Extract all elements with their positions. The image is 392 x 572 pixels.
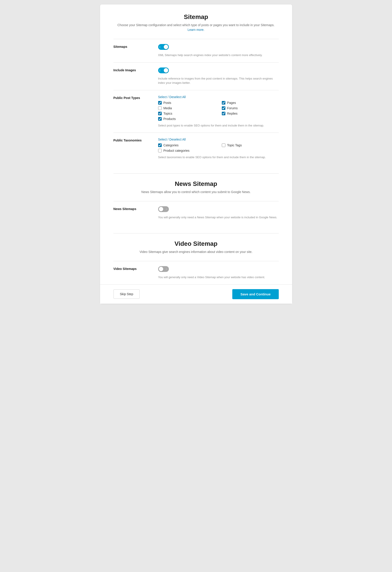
- video-sitemap-subtitle: Video Sitemaps give search engines infor…: [113, 250, 279, 254]
- checkbox-categories[interactable]: Categories: [158, 143, 215, 147]
- checkbox-categories-label: Categories: [163, 143, 179, 147]
- checkbox-categories-input[interactable]: [158, 143, 162, 147]
- save-and-continue-button[interactable]: Save and Continue: [232, 289, 279, 299]
- video-sitemaps-description: You will generally only need a Video Sit…: [158, 275, 279, 280]
- checkbox-topic-tags-label: Topic Tags: [227, 143, 242, 147]
- checkbox-forums-label: Forums: [227, 106, 238, 110]
- checkbox-product-categories-input[interactable]: [158, 149, 162, 152]
- include-images-content: | Include reference to images from the p…: [158, 67, 279, 85]
- sitemaps-description: XML Sitemaps help search engines index y…: [158, 53, 279, 57]
- taxonomies-checkbox-grid: Categories Topic Tags Product categories: [158, 143, 279, 152]
- include-images-toggle[interactable]: |: [158, 67, 169, 73]
- news-sitemaps-toggle-icon: ○: [166, 208, 167, 210]
- checkbox-forums[interactable]: Forums: [222, 106, 279, 110]
- sitemap-title: Sitemap: [113, 13, 279, 21]
- video-sitemap-title: Video Sitemap: [113, 240, 279, 247]
- include-images-toggle-thumb: [164, 68, 168, 73]
- sitemap-learn-more-link[interactable]: Learn more.: [188, 28, 204, 32]
- checkbox-posts[interactable]: Posts: [158, 101, 215, 105]
- page-container: Sitemap Choose your Sitemap configuratio…: [100, 4, 292, 304]
- checkbox-media-label: Media: [163, 106, 172, 110]
- checkbox-topics-input[interactable]: [158, 112, 162, 115]
- news-sitemaps-label: News Sitemaps: [113, 206, 158, 211]
- checkbox-posts-label: Posts: [163, 101, 171, 105]
- checkbox-media-input[interactable]: [158, 106, 162, 110]
- video-sitemaps-toggle-icon: ○: [166, 268, 167, 270]
- taxonomies-select-all-link[interactable]: Select / Deselect All: [158, 138, 279, 141]
- checkbox-products[interactable]: Products: [158, 117, 215, 121]
- sitemaps-toggle-track: |: [158, 44, 169, 50]
- news-sitemaps-row: News Sitemaps ○ You will generally only …: [113, 201, 279, 224]
- checkbox-product-categories-label: Product categories: [163, 149, 190, 152]
- checkbox-products-label: Products: [163, 117, 176, 121]
- public-taxonomies-label: Public Taxonomies: [113, 138, 158, 142]
- checkbox-pages-input[interactable]: [222, 101, 225, 105]
- include-images-toggle-icon: |: [160, 69, 160, 71]
- public-taxonomies-row: Public Taxonomies Select / Deselect All …: [113, 132, 279, 164]
- include-images-row: Include Images | Include reference to im…: [113, 62, 279, 90]
- include-images-description: Include reference to images from the pos…: [158, 76, 279, 85]
- news-sitemap-subtitle: News Sitemaps allow you to control which…: [113, 190, 279, 194]
- sitemaps-label: Sitemaps: [113, 44, 158, 48]
- video-sitemaps-row: Video Sitemaps ○ You will generally only…: [113, 261, 279, 285]
- post-types-description: Select post types to enable SEO options …: [158, 123, 279, 128]
- checkbox-replies-label: Replies: [227, 112, 238, 115]
- video-sitemaps-toggle-thumb: [159, 267, 163, 271]
- news-divider: [113, 173, 279, 174]
- post-types-checkbox-grid: Posts Pages Media Forums Topics: [158, 101, 279, 121]
- checkbox-replies[interactable]: Replies: [222, 112, 279, 115]
- video-sitemaps-label: Video Sitemaps: [113, 266, 158, 270]
- sitemap-subtitle: Choose your Sitemap configuration and se…: [113, 23, 279, 32]
- include-images-toggle-track: |: [158, 67, 169, 73]
- news-sitemaps-toggle-thumb: [159, 207, 163, 211]
- news-sitemaps-content: ○ You will generally only need a News Si…: [158, 206, 279, 220]
- news-sitemaps-toggle[interactable]: ○: [158, 206, 169, 212]
- skip-step-button[interactable]: Skip Step: [113, 289, 140, 299]
- checkbox-pages[interactable]: Pages: [222, 101, 279, 105]
- news-sitemaps-toggle-track: ○: [158, 206, 169, 212]
- video-sitemaps-toggle-track: ○: [158, 266, 169, 272]
- news-sitemap-title: News Sitemap: [113, 180, 279, 188]
- public-taxonomies-content: Select / Deselect All Categories Topic T…: [158, 138, 279, 159]
- sitemaps-row: Sitemaps | XML Sitemaps help search engi…: [113, 39, 279, 62]
- include-images-label: Include Images: [113, 67, 158, 72]
- checkbox-pages-label: Pages: [227, 101, 236, 105]
- checkbox-products-input[interactable]: [158, 117, 162, 121]
- checkbox-forums-input[interactable]: [222, 106, 225, 110]
- public-post-types-label: Public Post Types: [113, 95, 158, 100]
- post-types-select-all-link[interactable]: Select / Deselect All: [158, 95, 279, 99]
- video-sitemaps-toggle[interactable]: ○: [158, 266, 169, 272]
- sitemaps-toggle-icon: |: [160, 46, 160, 48]
- checkbox-topic-tags[interactable]: Topic Tags: [222, 143, 279, 147]
- video-sitemaps-content: ○ You will generally only need a Video S…: [158, 266, 279, 280]
- public-post-types-row: Public Post Types Select / Deselect All …: [113, 90, 279, 133]
- checkbox-posts-input[interactable]: [158, 101, 162, 105]
- checkbox-product-categories[interactable]: Product categories: [158, 149, 215, 152]
- public-post-types-content: Select / Deselect All Posts Pages Media …: [158, 95, 279, 128]
- sitemaps-toggle-thumb: [164, 45, 168, 49]
- news-sitemaps-description: You will generally only need a News Site…: [158, 215, 279, 220]
- checkbox-topic-tags-input[interactable]: [222, 143, 225, 147]
- sitemaps-content: | XML Sitemaps help search engines index…: [158, 44, 279, 57]
- checkbox-topics-label: Topics: [163, 112, 172, 115]
- video-divider: [113, 233, 279, 234]
- checkbox-replies-input[interactable]: [222, 112, 225, 115]
- sitemaps-toggle[interactable]: |: [158, 44, 169, 50]
- footer: Skip Step Save and Continue: [100, 285, 292, 304]
- taxonomies-description: Select taxonomies to enable SEO options …: [158, 155, 279, 159]
- checkbox-media[interactable]: Media: [158, 106, 215, 110]
- checkbox-topics[interactable]: Topics: [158, 112, 215, 115]
